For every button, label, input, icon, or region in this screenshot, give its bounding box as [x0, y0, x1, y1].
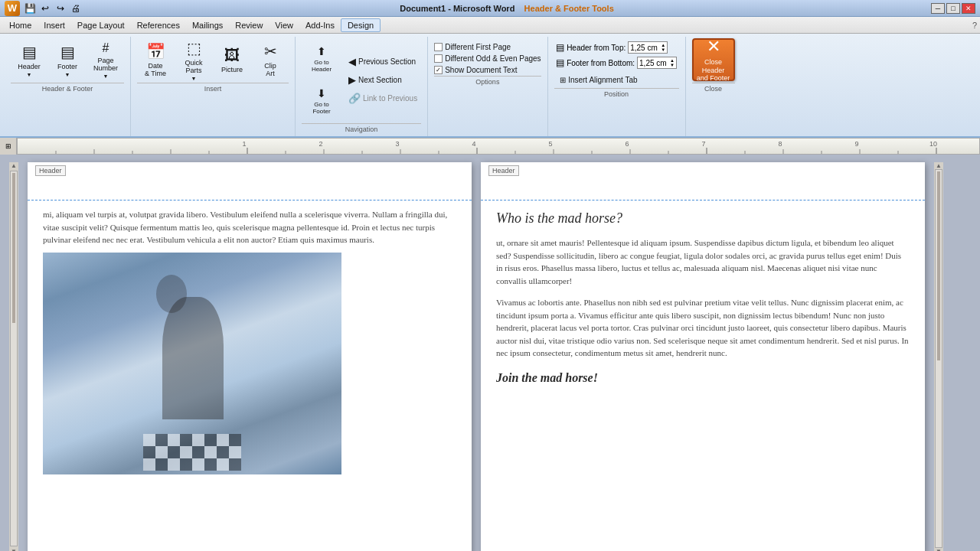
navigation-buttons: ⬆ Go toHeader ⬇ Go toFooter ◀ Previous S… — [302, 38, 421, 122]
footer-bottom-input[interactable]: 1,25 cm ▲ ▼ — [637, 57, 677, 69]
picture-button[interactable]: 🖼 Picture — [214, 38, 250, 81]
quick-parts-button[interactable]: ⬚ QuickParts ▼ — [175, 38, 212, 81]
left-page-header[interactable]: Header — [28, 162, 472, 201]
header-top-spinner[interactable]: ▲ ▼ — [661, 43, 665, 52]
chess-board-visual — [143, 434, 241, 471]
right-scrollbar: ▲ ▼ — [934, 162, 943, 551]
quick-access-toolbar: 💾 ↩ ↪ 🖨 — [23, 2, 83, 15]
save-button[interactable]: 💾 — [23, 2, 37, 15]
clip-art-label: ClipArt — [264, 62, 276, 77]
ruler-bar: 1 2 3 4 5 6 7 8 9 10 — [17, 138, 980, 155]
date-time-button[interactable]: 📅 Date& Time — [137, 38, 174, 81]
options-group-label: Options — [434, 76, 541, 86]
footer-bottom-row: ▤ Footer from Bottom: 1,25 cm ▲ ▼ — [556, 57, 677, 69]
right-scroll-up[interactable]: ▲ — [936, 162, 942, 169]
link-prev-button[interactable]: 🔗 Link to Previous — [345, 90, 421, 106]
right-vscroll-track[interactable] — [935, 169, 942, 548]
page-subtitle: Join the mad horse! — [496, 369, 910, 387]
svg-text:1: 1 — [242, 140, 246, 148]
right-header-label: Header — [488, 165, 519, 176]
next-section-icon: ▶ — [348, 74, 356, 86]
ribbon: ▤ Header ▼ ▤ Footer ▼ # PageNumber ▼ Hea… — [0, 34, 980, 138]
header-top-input[interactable]: 1,25 cm ▲ ▼ — [628, 41, 668, 54]
diff-first-row: Different First Page — [434, 43, 541, 51]
svg-rect-0 — [18, 139, 979, 155]
menu-view[interactable]: View — [269, 19, 299, 31]
goto-footer-icon: ⬇ — [317, 87, 326, 99]
page-number-button[interactable]: # PageNumber ▼ — [87, 38, 124, 81]
right-scroll-down[interactable]: ▼ — [936, 548, 942, 551]
scroll-up-arrow[interactable]: ▲ — [11, 162, 17, 169]
left-body-text: mi, aliquam vel turpis at, volutpat grav… — [43, 208, 456, 246]
right-page-header[interactable]: Header — [481, 162, 925, 201]
word-logo-icon[interactable]: W — [5, 1, 20, 16]
header-label: Header — [18, 63, 41, 70]
diff-odd-even-checkbox[interactable] — [434, 54, 443, 63]
scroll-down-arrow[interactable]: ▼ — [11, 548, 17, 551]
footer-bottom-spinner[interactable]: ▲ ▼ — [670, 58, 675, 67]
right-body-para2: Vivamus ac lobortis ante. Phasellus non … — [496, 296, 910, 360]
ribbon-group-close: ✕ Close Headerand Footer Close — [686, 37, 741, 136]
title-bar-left: W 💾 ↩ ↪ 🖨 — [5, 1, 83, 16]
goto-header-icon: ⬆ — [317, 45, 326, 57]
menu-references[interactable]: References — [131, 19, 186, 31]
left-margin-indicators: ▲ ▼ — [9, 162, 18, 551]
menu-mailings[interactable]: Mailings — [186, 19, 229, 31]
window-controls: ─ □ ✕ — [931, 3, 975, 14]
next-section-button[interactable]: ▶ Next Section — [345, 72, 421, 88]
menu-review[interactable]: Review — [229, 19, 269, 31]
link-prev-label: Link to Previous — [363, 94, 417, 103]
title-text: Document1 - Microsoft Word Header & Foot… — [83, 4, 931, 13]
title-bar: W 💾 ↩ ↪ 🖨 Document1 - Microsoft Word Hea… — [0, 0, 980, 17]
ribbon-group-options: Different First Page Different Odd & Eve… — [428, 37, 547, 136]
right-vscroll-thumb[interactable] — [937, 171, 940, 360]
svg-text:10: 10 — [929, 140, 937, 148]
menu-design[interactable]: Design — [341, 18, 381, 32]
close-button[interactable]: ✕ — [962, 3, 975, 14]
svg-text:3: 3 — [395, 140, 399, 148]
menu-page-layout[interactable]: Page Layout — [71, 19, 131, 31]
options-checkboxes: Different First Page Different Odd & Eve… — [434, 43, 541, 74]
prev-section-button[interactable]: ◀ Previous Section — [345, 54, 421, 70]
ribbon-group-position: ▤ Header from Top: 1,25 cm ▲ ▼ ▤ Footer … — [548, 37, 686, 136]
goto-footer-label: Go toFooter — [312, 101, 330, 115]
document-area: ▲ ▼ Header mi, aliquam vel turpis at, vo… — [0, 155, 980, 551]
quick-parts-label: QuickParts — [185, 59, 202, 74]
menu-insert[interactable]: Insert — [38, 19, 71, 31]
svg-text:6: 6 — [625, 140, 629, 148]
goto-footer-button[interactable]: ⬇ Go toFooter — [302, 80, 341, 122]
ribbon-group-insert: 📅 Date& Time ⬚ QuickParts ▼ 🖼 Picture ✂ … — [131, 37, 296, 136]
show-doc-text-checkbox[interactable]: ✓ — [434, 66, 443, 74]
left-header-label: Header — [35, 165, 66, 176]
goto-header-button[interactable]: ⬆ Go toHeader — [302, 38, 341, 80]
header-from-top-label: Header from Top: — [567, 44, 626, 52]
diff-first-checkbox[interactable] — [434, 43, 443, 51]
maximize-button[interactable]: □ — [946, 3, 960, 14]
right-page: Header Who is the mad horse? ut, ornare … — [481, 162, 925, 551]
position-group-label: Position — [554, 88, 679, 98]
clip-art-button[interactable]: ✂ ClipArt — [252, 38, 289, 81]
prev-section-icon: ◀ — [348, 56, 356, 67]
menu-addins[interactable]: Add-Ins — [299, 19, 341, 31]
nav-small-buttons: ◀ Previous Section ▶ Next Section 🔗 Link… — [345, 38, 421, 122]
footer-button[interactable]: ▤ Footer ▼ — [49, 38, 86, 81]
header-top-value: 1,25 cm — [630, 44, 658, 52]
v-scrollbar-thumb[interactable] — [12, 173, 15, 323]
redo-button[interactable]: ↪ — [54, 2, 67, 15]
close-header-footer-button[interactable]: ✕ Close Headerand Footer — [692, 38, 735, 81]
footer-icon: ▤ — [60, 43, 75, 61]
quick-parts-icon: ⬚ — [187, 39, 201, 57]
help-button[interactable]: ? — [972, 21, 977, 30]
print-button[interactable]: 🖨 — [69, 2, 83, 15]
footer-bottom-value: 1,25 cm — [639, 59, 667, 67]
ruler-corner[interactable]: ⊞ — [0, 138, 17, 155]
header-top-down[interactable]: ▼ — [661, 47, 665, 52]
insert-align-tab-button[interactable]: ⊞ Insert Alignment Tab — [556, 73, 677, 86]
header-footer-group-label: Header & Footer — [11, 83, 124, 93]
menu-home[interactable]: Home — [3, 19, 38, 31]
footer-bottom-down[interactable]: ▼ — [670, 63, 675, 67]
header-button[interactable]: ▤ Header ▼ — [11, 38, 47, 81]
v-scrollbar-track[interactable] — [10, 171, 18, 546]
minimize-button[interactable]: ─ — [931, 3, 945, 14]
undo-button[interactable]: ↩ — [38, 2, 52, 15]
